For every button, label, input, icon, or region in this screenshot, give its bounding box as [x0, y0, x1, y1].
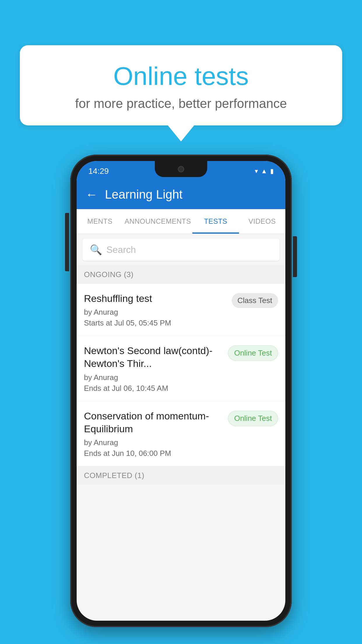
battery-icon: ▮	[270, 167, 274, 175]
speech-bubble-subtitle: for more practice, better performance	[37, 96, 325, 111]
search-bar[interactable]: 🔍 Search	[82, 239, 280, 261]
app-header: ← Learning Light	[77, 180, 285, 209]
phone-body: 14:29 ▾ ▲ ▮ ← Learning Light MENTS ANNOU…	[70, 155, 292, 627]
signal-icon: ▲	[261, 167, 267, 175]
test-list: Reshuffling test by Anurag Starts at Jul…	[77, 284, 285, 466]
search-placeholder: Search	[106, 244, 136, 255]
search-icon: 🔍	[90, 244, 102, 256]
test-info-3: Conservation of momentum-Equilibrium by …	[84, 410, 224, 458]
test-info-1: Reshuffling test by Anurag Starts at Jul…	[84, 292, 227, 328]
completed-section-header: COMPLETED (1)	[77, 466, 285, 485]
search-container: 🔍 Search	[77, 234, 285, 265]
tab-videos[interactable]: VIDEOS	[239, 209, 285, 234]
test-date-1: Starts at Jul 05, 05:45 PM	[84, 318, 227, 328]
tab-tests[interactable]: TESTS	[192, 209, 239, 234]
app-title: Learning Light	[105, 188, 182, 202]
phone-container: 14:29 ▾ ▲ ▮ ← Learning Light MENTS ANNOU…	[70, 155, 292, 627]
test-date-3: Ends at Jun 10, 06:00 PM	[84, 449, 224, 458]
speech-bubble-title: Online tests	[37, 61, 325, 91]
speech-bubble-container: Online tests for more practice, better p…	[20, 45, 342, 141]
tab-ments[interactable]: MENTS	[77, 209, 123, 234]
test-badge-1: Class Test	[232, 293, 278, 308]
test-badge-2: Online Test	[228, 345, 278, 361]
back-button[interactable]: ←	[85, 188, 98, 201]
test-name-1: Reshuffling test	[84, 292, 227, 305]
wifi-icon: ▾	[255, 167, 258, 175]
phone-notch	[155, 161, 207, 177]
tab-announcements[interactable]: ANNOUNCEMENTS	[123, 209, 192, 234]
status-time: 14:29	[88, 167, 109, 176]
test-info-2: Newton's Second law(contd)-Newton's Thir…	[84, 344, 224, 393]
test-item-2[interactable]: Newton's Second law(contd)-Newton's Thir…	[77, 336, 285, 401]
phone-screen: 14:29 ▾ ▲ ▮ ← Learning Light MENTS ANNOU…	[77, 161, 285, 621]
test-author-2: by Anurag	[84, 373, 224, 382]
tabs-container: MENTS ANNOUNCEMENTS TESTS VIDEOS	[77, 209, 285, 234]
ongoing-section-header: ONGOING (3)	[77, 265, 285, 284]
test-badge-3: Online Test	[228, 411, 278, 426]
test-name-2: Newton's Second law(contd)-Newton's Thir…	[84, 344, 224, 370]
front-camera	[178, 166, 184, 172]
speech-bubble: Online tests for more practice, better p…	[20, 45, 342, 125]
test-author-1: by Anurag	[84, 308, 227, 317]
test-name-3: Conservation of momentum-Equilibrium	[84, 410, 224, 435]
test-item-3[interactable]: Conservation of momentum-Equilibrium by …	[77, 401, 285, 466]
status-icons: ▾ ▲ ▮	[255, 167, 274, 175]
speech-bubble-tail	[168, 125, 194, 141]
test-date-2: Ends at Jul 06, 10:45 AM	[84, 384, 224, 393]
test-author-3: by Anurag	[84, 438, 224, 447]
test-item-1[interactable]: Reshuffling test by Anurag Starts at Jul…	[77, 284, 285, 336]
